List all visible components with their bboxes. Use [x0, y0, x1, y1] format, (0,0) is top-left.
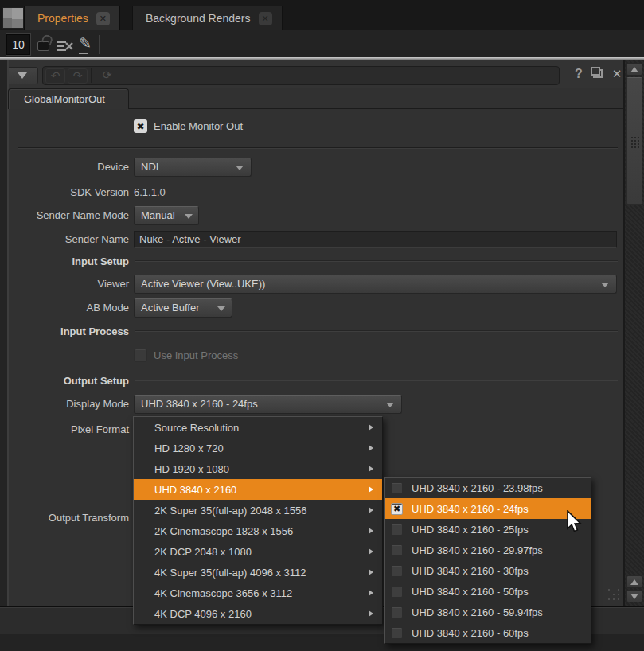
triangle-up-icon	[630, 579, 638, 585]
use-input-process-checkbox[interactable]	[134, 349, 147, 362]
input-setup-label: Input Setup	[9, 255, 129, 267]
sender-name-mode-value: Manual	[141, 209, 175, 221]
scroll-down-button[interactable]	[626, 590, 642, 602]
checkbox-unchecked	[391, 524, 403, 536]
submenu-arrow-icon	[369, 486, 373, 493]
output-transform-label: Output Transform	[9, 512, 129, 524]
panel-resize-grip[interactable]	[608, 589, 610, 591]
fps-submenu: UHD 3840 x 2160 - 23.98fps ✖UHD 3840 x 2…	[384, 477, 591, 644]
groove-divider	[91, 68, 92, 83]
menu-item-4k-dcp[interactable]: 4K DCP 4096 x 2160	[134, 603, 382, 624]
sdk-version-label: SDK Version	[9, 186, 129, 198]
submenu-item-59-94fps[interactable]: UHD 3840 x 2160 - 59.94fps	[385, 602, 591, 622]
submenu-item-60fps[interactable]: UHD 3840 x 2160 - 60fps	[385, 622, 591, 643]
tab-properties-close-icon[interactable]: ✕	[96, 12, 110, 25]
submenu-arrow-icon	[369, 590, 373, 596]
viewer-dropdown[interactable]: Active Viewer (View..UKE))	[134, 275, 617, 294]
tab-background-renders[interactable]: Background Renders ✕	[132, 6, 283, 30]
menu-item-2k-super35[interactable]: 2K Super 35(full-ap) 2048 x 1556	[134, 500, 382, 520]
sender-name-mode-dropdown[interactable]: Manual	[134, 206, 199, 225]
toolbar-divider	[99, 35, 100, 54]
pane-menu-icon[interactable]	[2, 7, 24, 29]
edit-pencil-icon[interactable]: ✎	[76, 35, 94, 56]
section-line	[135, 330, 618, 332]
submenu-item-50fps[interactable]: UHD 3840 x 2160 - 50fps	[385, 581, 591, 602]
enable-monitor-out-checkbox[interactable]: ✖	[134, 119, 147, 133]
submenu-arrow-icon	[369, 466, 373, 472]
display-mode-value: UHD 3840 x 2160 - 24fps	[141, 398, 258, 410]
chevron-down-icon	[386, 403, 394, 407]
device-dropdown[interactable]: NDI	[134, 158, 252, 177]
display-mode-dropdown[interactable]: UHD 3840 x 2160 - 24fps	[134, 395, 402, 414]
row-use-input-process: Use Input Process	[9, 345, 622, 365]
row-ab-mode: AB Mode Active Buffer	[9, 298, 622, 318]
vertical-scrollbar[interactable]	[625, 60, 644, 606]
pixel-format-label: Pixel Format	[9, 423, 129, 435]
use-input-process-label: Use Input Process	[154, 349, 238, 361]
row-sender-name: Sender Name	[9, 229, 622, 249]
checkbox-unchecked	[391, 482, 403, 494]
checkbox-unchecked	[391, 565, 403, 577]
section-input-setup: Input Setup	[9, 253, 622, 269]
menu-item-hd-1280x720[interactable]: HD 1280 x 720	[134, 438, 382, 458]
node-tab-globalmonitorout[interactable]: GlobalMonitorOut	[8, 88, 129, 109]
submenu-item-29-97fps[interactable]: UHD 3840 x 2160 - 29.97fps	[385, 540, 591, 560]
menu-item-hd-1920x1080[interactable]: HD 1920 x 1080	[134, 458, 382, 479]
menu-item-4k-cinemascope[interactable]: 4K Cinemascope 3656 x 3112	[134, 583, 382, 603]
checkbox-checked: ✖	[391, 503, 403, 515]
output-setup-label: Output Setup	[9, 375, 129, 387]
lock-icon[interactable]	[37, 41, 49, 51]
enable-monitor-out-label: Enable Monitor Out	[154, 120, 243, 132]
max-panels-input[interactable]	[6, 34, 30, 55]
node-tab-baseline	[129, 108, 623, 109]
submenu-arrow-icon	[369, 445, 373, 451]
checkbox-unchecked	[391, 627, 403, 639]
submenu-item-25fps[interactable]: UHD 3840 x 2160 - 25fps	[385, 519, 591, 540]
redo-button[interactable]: ↷	[68, 68, 88, 84]
submenu-item-30fps[interactable]: UHD 3840 x 2160 - 30fps	[385, 560, 591, 581]
checkbox-unchecked	[391, 606, 403, 618]
undo-button[interactable]: ↶	[45, 68, 65, 84]
submenu-item-23-98fps[interactable]: UHD 3840 x 2160 - 23.98fps	[385, 478, 591, 498]
float-panel-icon[interactable]	[593, 69, 603, 78]
nuke-properties-pane: Properties ✕ Background Renders ✕ ✎ ↶ ↷ …	[0, 0, 644, 651]
panel-menu-button[interactable]	[6, 67, 38, 84]
row-viewer: Viewer Active Viewer (View..UKE))	[9, 274, 622, 294]
section-output-setup: Output Setup	[9, 372, 622, 388]
chevron-down-icon	[217, 306, 225, 311]
clear-all-panels-icon[interactable]	[56, 40, 73, 53]
chevron-down-icon	[185, 214, 193, 219]
submenu-item-24fps[interactable]: ✖UHD 3840 x 2160 - 24fps	[385, 498, 591, 519]
menu-item-2k-dcp[interactable]: 2K DCP 2048 x 1080	[134, 541, 382, 562]
row-sender-name-mode: Sender Name Mode Manual	[9, 205, 622, 225]
row-enable-monitor-out: ✖ Enable Monitor Out	[9, 116, 622, 136]
row-display-mode: Display Mode UHD 3840 x 2160 - 24fps	[9, 394, 622, 414]
device-label: Device	[9, 161, 129, 173]
tab-properties[interactable]: Properties ✕	[24, 6, 120, 30]
submenu-arrow-icon	[369, 528, 373, 534]
panel-header-groove: ↶ ↷ ⟳	[42, 66, 560, 85]
ab-mode-dropdown[interactable]: Active Buffer	[134, 298, 232, 318]
node-panel-header: ↶ ↷ ⟳ ? ✕	[0, 60, 644, 88]
menu-item-2k-cinemascope[interactable]: 2K Cinemascope 1828 x 1556	[134, 520, 382, 541]
submenu-arrow-icon	[369, 507, 373, 513]
revert-button[interactable]: ⟳	[97, 68, 117, 84]
scroll-up-button-bottom[interactable]	[626, 575, 642, 588]
sender-name-input[interactable]	[134, 231, 617, 248]
sdk-version-value: 6.1.1.0	[134, 186, 166, 198]
viewer-value: Active Viewer (View..UKE))	[141, 278, 265, 290]
submenu-arrow-icon	[369, 610, 373, 617]
submenu-arrow-icon	[369, 424, 373, 431]
pane-tab-bar: Properties ✕ Background Renders ✕	[0, 0, 644, 30]
chevron-down-icon	[236, 166, 244, 170]
tab-background-renders-close-icon[interactable]: ✕	[259, 12, 272, 25]
help-button[interactable]: ?	[570, 65, 587, 83]
menu-item-source-resolution[interactable]: Source Resolution	[134, 417, 382, 438]
menu-item-uhd-3840x2160[interactable]: UHD 3840 x 2160	[134, 479, 382, 500]
sender-name-label: Sender Name	[9, 233, 129, 245]
scrollbar-thumb[interactable]	[626, 77, 642, 205]
scroll-up-button[interactable]	[626, 63, 642, 76]
menu-item-4k-super35[interactable]: 4K Super 35(full-ap) 4096 x 3112	[134, 562, 382, 583]
tab-background-renders-label: Background Renders	[146, 12, 251, 25]
triangle-down-icon	[630, 594, 638, 599]
